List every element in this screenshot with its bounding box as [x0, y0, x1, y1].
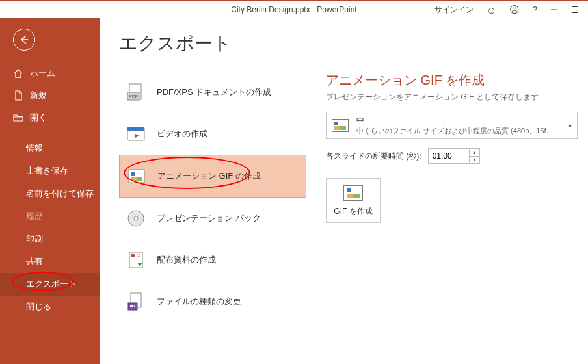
svg-point-14 — [134, 216, 138, 220]
sidebar-item-info[interactable]: 情報 — [0, 137, 100, 160]
svg-rect-12 — [137, 177, 142, 181]
sidebar-item-print[interactable]: 印刷 — [0, 228, 100, 251]
export-option-pdf-xps[interactable]: PDF PDF/XPS ドキュメントの作成 — [119, 72, 306, 113]
quality-dropdown[interactable]: 中 中くらいのファイル サイズおよび中程度の品質 (480p、15f… ▾ — [326, 112, 578, 139]
export-option-filetype[interactable]: ファイルの種類の変更 — [119, 281, 306, 322]
export-option-label: アニメーション GIF の作成 — [157, 170, 261, 182]
svg-rect-10 — [131, 172, 135, 176]
export-option-label: ファイルの種類の変更 — [157, 296, 241, 307]
spinner-down-icon[interactable]: ▼ — [470, 157, 479, 164]
sidebar-item-share[interactable]: 共有 — [0, 250, 100, 273]
package-cd-icon — [126, 208, 146, 229]
sidebar-item-label: 上書き保存 — [26, 166, 68, 176]
maximize-button[interactable] — [565, 1, 585, 18]
sidebar-item-open[interactable]: 開く — [0, 107, 100, 129]
minimize-button[interactable] — [544, 1, 565, 18]
quality-level: 中 — [356, 115, 561, 126]
sidebar-item-save-as[interactable]: 名前を付けて保存 — [0, 183, 100, 205]
export-option-label: PDF/XPS ドキュメントの作成 — [157, 86, 271, 98]
sidebar-item-label: 新規 — [30, 90, 47, 101]
svg-rect-1 — [572, 7, 578, 13]
export-option-label: ビデオの作成 — [157, 128, 207, 140]
pdf-icon: PDF — [126, 82, 146, 103]
export-detail-panel: アニメーション GIF を作成 プレゼンテーションをアニメーション GIF とし… — [326, 72, 588, 322]
back-button[interactable] — [13, 29, 35, 51]
duration-label: 各スライドの所要時間 (秒): — [326, 151, 421, 162]
sidebar-item-label: 情報 — [26, 143, 43, 153]
quality-description: 中くらいのファイル サイズおよび中程度の品質 (480p、15f… — [356, 126, 561, 136]
sidebar-item-label: 閉じる — [26, 302, 51, 311]
sidebar-item-history: 履歴 — [0, 205, 100, 228]
create-gif-label: GIF を作成 — [329, 206, 377, 217]
sidebar-item-export[interactable]: エクスポート — [0, 273, 100, 296]
signin-link[interactable]: サインイン — [428, 1, 480, 18]
svg-rect-16 — [131, 254, 135, 257]
detail-subtitle: プレゼンテーションをアニメーション GIF として保存します — [326, 92, 578, 103]
duration-input[interactable] — [429, 149, 469, 163]
detail-title: アニメーション GIF を作成 — [326, 72, 578, 89]
export-options-list: PDF PDF/XPS ドキュメントの作成 ビデオの作成 アニメーション GIF… — [119, 72, 306, 322]
sidebar-item-label: ホーム — [30, 68, 55, 79]
back-arrow-icon — [18, 34, 30, 46]
sidebar-item-new[interactable]: 新規 — [0, 84, 100, 107]
handouts-icon — [126, 250, 146, 270]
home-icon — [13, 68, 23, 79]
smiley-icon[interactable]: ☺ — [480, 1, 503, 18]
help-button[interactable]: ? — [526, 1, 544, 18]
main-panel: エクスポート PDF PDF/XPS ドキュメントの作成 ビデオの作成 — [100, 18, 588, 364]
svg-rect-11 — [131, 177, 137, 181]
export-option-label: プレゼンテーション パック — [157, 213, 261, 224]
sidebar-item-label: 名前を付けて保存 — [26, 188, 94, 198]
export-option-handouts[interactable]: 配布資料の作成 — [119, 239, 306, 281]
page-title: エクスポート — [119, 31, 588, 56]
sidebar-item-label: 共有 — [26, 256, 43, 266]
chevron-down-icon: ▾ — [568, 122, 572, 129]
frown-icon[interactable]: ☹ — [503, 1, 526, 18]
export-option-label: 配布資料の作成 — [157, 254, 216, 266]
spinner-up-icon[interactable]: ▲ — [470, 149, 479, 157]
sidebar-item-home[interactable]: ホーム — [0, 62, 100, 84]
picture-icon — [343, 185, 363, 201]
sidebar-item-label: 履歴 — [26, 211, 43, 221]
sidebar-item-label: 印刷 — [26, 234, 43, 244]
svg-text:PDF: PDF — [129, 94, 138, 99]
create-gif-button[interactable]: GIF を作成 — [326, 178, 381, 223]
title-bar: City Berlin Design.pptx - PowerPoint サイン… — [0, 0, 588, 18]
svg-rect-7 — [127, 127, 144, 131]
export-option-gif[interactable]: アニメーション GIF の作成 — [119, 155, 306, 198]
export-option-video[interactable]: ビデオの作成 — [119, 113, 306, 155]
video-icon — [126, 124, 146, 144]
gif-icon — [126, 166, 147, 187]
export-option-package[interactable]: プレゼンテーション パック — [119, 198, 306, 239]
sidebar-item-label: エクスポート — [26, 279, 77, 289]
sidebar-item-label: 開く — [30, 112, 47, 124]
sidebar-item-save[interactable]: 上書き保存 — [0, 160, 100, 183]
sidebar-separator — [0, 133, 100, 133]
sidebar-item-close[interactable]: 閉じる — [0, 296, 100, 318]
new-file-icon — [13, 90, 23, 101]
picture-icon — [332, 119, 349, 132]
backstage-sidebar: ホーム 新規 開く 情報 上書き保存 名前を付けて保存 履歴 印刷 共有 エクス… — [0, 18, 100, 364]
duration-spinner[interactable]: ▲ ▼ — [428, 148, 480, 164]
filetype-icon — [126, 291, 146, 312]
open-folder-icon — [13, 112, 23, 123]
